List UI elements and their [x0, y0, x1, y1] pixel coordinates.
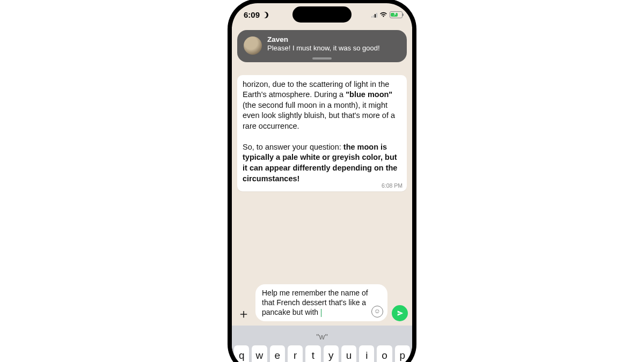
keyboard-row-1: q w e r t y u i o p	[234, 345, 410, 363]
cellular-signal-icon	[371, 12, 377, 18]
phone-frame: 6:09 ⚡︎ Zaven Please! I must know, it wa…	[228, 0, 416, 362]
status-time: 6:09	[244, 10, 260, 19]
key-u[interactable]: u	[341, 345, 356, 363]
message-input[interactable]: Help me remember the name of that French…	[255, 284, 387, 321]
keyboard-suggestion[interactable]: "w"	[234, 329, 410, 345]
key-y[interactable]: y	[324, 345, 339, 363]
canvas: 6:09 ⚡︎ Zaven Please! I must know, it wa…	[0, 0, 644, 362]
dynamic-island	[292, 6, 352, 23]
key-p[interactable]: p	[395, 345, 410, 363]
send-button[interactable]	[392, 305, 408, 321]
incoming-message-bubble[interactable]: horizon, due to the scattering of light …	[237, 75, 407, 192]
keyboard[interactable]: "w" q w e r t y u i o p	[232, 326, 412, 363]
charging-icon: ⚡︎	[393, 11, 397, 17]
wifi-icon	[379, 12, 387, 18]
notification-message: Please! I must know, it was so good!	[267, 44, 380, 53]
status-left: 6:09	[244, 10, 268, 19]
status-right: ⚡︎	[371, 11, 402, 18]
phone-screen: 6:09 ⚡︎ Zaven Please! I must know, it wa…	[232, 3, 412, 363]
text-caret	[321, 309, 321, 317]
send-icon	[397, 309, 404, 317]
key-w[interactable]: w	[252, 345, 267, 363]
key-i[interactable]: i	[359, 345, 374, 363]
notification-avatar	[244, 36, 262, 55]
notification-grabber[interactable]	[312, 57, 332, 60]
key-o[interactable]: o	[377, 345, 392, 363]
message-composer: ＋ Help me remember the name of that Fren…	[232, 281, 412, 326]
key-e[interactable]: e	[270, 345, 285, 363]
message-text-part: (the second full moon in a month), it mi…	[243, 101, 395, 130]
battery-icon: ⚡︎	[390, 11, 402, 18]
key-q[interactable]: q	[234, 345, 249, 363]
key-r[interactable]: r	[288, 345, 303, 363]
attach-button[interactable]: ＋	[236, 306, 251, 321]
chat-scroll[interactable]: horizon, due to the scattering of light …	[232, 27, 412, 281]
key-t[interactable]: t	[305, 345, 320, 363]
message-text-bold: "blue moon"	[346, 90, 392, 99]
do-not-disturb-icon	[262, 12, 268, 18]
message-draft-text: Help me remember the name of that French…	[262, 289, 368, 316]
notification-banner[interactable]: Zaven Please! I must know, it was so goo…	[237, 30, 407, 62]
notification-body: Zaven Please! I must know, it was so goo…	[267, 35, 380, 55]
notification-sender: Zaven	[267, 35, 380, 45]
message-text-part: So, to answer your question:	[243, 143, 343, 151]
message-timestamp: 6:08 PM	[382, 182, 402, 189]
sticker-icon[interactable]: ☺	[371, 306, 383, 317]
